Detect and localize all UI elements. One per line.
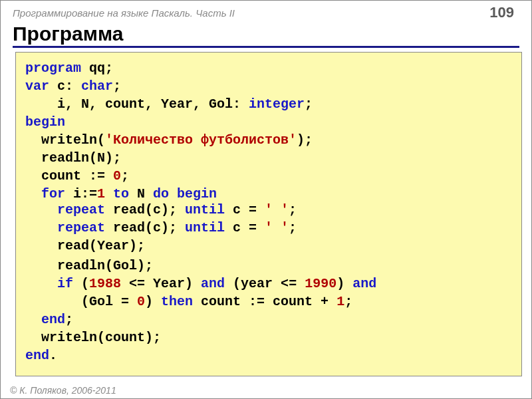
code-line: writeln('Количество футболистов'); [25, 131, 512, 149]
code-line: program qq; [25, 59, 512, 77]
keyword: var [25, 78, 49, 94]
literal: ' ' [265, 202, 289, 217]
code-text: ; [305, 96, 313, 112]
keyword: repeat [57, 220, 105, 235]
code-line: count := 0; [25, 167, 512, 185]
code-text: ( [73, 276, 89, 291]
slide: Программирование на языке Паскаль. Часть… [0, 0, 532, 399]
code-line: read(Year); [57, 237, 297, 255]
code-text: count := count + [193, 294, 336, 309]
code-text: ; [289, 220, 297, 235]
code-text: ; [113, 78, 121, 94]
code-line: end. [25, 346, 512, 364]
keyword: begin [25, 114, 65, 130]
keyword: end [41, 312, 65, 327]
keyword: then [161, 294, 193, 309]
code-text: count := [25, 168, 113, 184]
code-block: program qq; var c: char; i, N, count, Ye… [15, 52, 522, 376]
code-text: ; [344, 294, 352, 309]
literal: 1 [336, 294, 344, 309]
code-line: repeat read(c); until c = ' '; [57, 219, 297, 237]
code-text: c = [225, 202, 265, 217]
literal: 1988 [89, 276, 121, 291]
literal: 1990 [305, 276, 336, 291]
code-text: i, N, count, Year, Gol: [25, 96, 249, 112]
literal: 0 [113, 168, 121, 184]
code-line: repeat read(c); until c = ' '; [57, 201, 297, 219]
code-line: begin [25, 113, 512, 131]
code-text: ; [65, 312, 73, 327]
code-text: qq; [81, 61, 113, 76]
code-text: readln(N); [25, 150, 121, 166]
keyword: and [352, 276, 376, 291]
code-line: for i:=1 to N do begin [25, 185, 512, 203]
code-text [25, 312, 41, 327]
code-text [25, 276, 57, 291]
code-line: writeln(count); [25, 329, 512, 346]
header-title: Программирование на языке Паскаль. Часть… [13, 7, 489, 19]
keyword: until [185, 202, 225, 217]
code-text: ; [121, 168, 129, 184]
keyword: repeat [57, 202, 105, 217]
code-line: var c: char; [25, 77, 512, 95]
code-text: <= Year) [121, 276, 201, 291]
code-text [105, 186, 113, 201]
code-text: read(c); [105, 202, 185, 217]
keyword: until [185, 220, 225, 235]
code-text: ) [145, 294, 161, 309]
code-text: readln(Gol); [25, 258, 153, 273]
code-text: ; [289, 202, 297, 217]
keyword: to [113, 186, 129, 201]
code-line: if (1988 <= Year) and (year <= 1990) and [25, 275, 512, 293]
code-text: i:= [65, 186, 97, 201]
section-title: Программа [13, 22, 519, 48]
literal: ' ' [265, 220, 289, 235]
code-text: writeln( [25, 132, 105, 148]
code-text: c = [225, 220, 265, 235]
code-line: readln(Gol); [25, 257, 512, 275]
keyword: char [81, 78, 113, 94]
code-text: read(Year); [57, 238, 145, 253]
keyword: and [201, 276, 225, 291]
literal: 'Количество футболистов' [105, 132, 297, 148]
footer-copyright: © К. Поляков, 2006-2011 [10, 385, 116, 396]
literal: 1 [97, 186, 105, 201]
code-text: (Gol = [25, 294, 137, 309]
code-line: readln(N); [25, 149, 512, 167]
header-bar: Программирование на языке Паскаль. Часть… [1, 1, 531, 21]
code-line: (Gol = 0) then count := count + 1; [25, 293, 512, 311]
code-text: c: [49, 78, 81, 94]
keyword: program [25, 61, 81, 76]
keyword: integer [249, 96, 305, 112]
code-line: end; [25, 311, 512, 329]
code-text: writeln(count); [25, 330, 161, 345]
overlay-code: repeat read(c); until c = ' '; repeat re… [57, 201, 297, 255]
code-text: ) [336, 276, 352, 291]
code-text: (year <= [225, 276, 305, 291]
code-text: N [129, 186, 153, 201]
code-text: ); [297, 132, 313, 148]
keyword: for [41, 186, 65, 201]
code-line: i, N, count, Year, Gol: integer; [25, 95, 512, 113]
page-number: 109 [489, 4, 519, 21]
code-text: read(c); [105, 220, 185, 235]
keyword: if [57, 276, 73, 291]
keyword: end [25, 348, 49, 363]
code-text [25, 186, 41, 201]
keyword: do begin [153, 186, 217, 201]
literal: 0 [137, 294, 145, 309]
code-text: . [49, 348, 57, 363]
